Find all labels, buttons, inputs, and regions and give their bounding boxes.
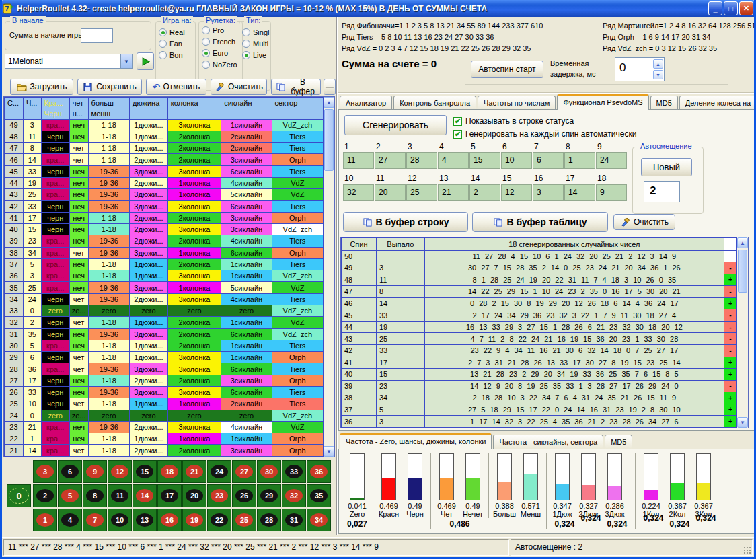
board-cell[interactable]: 35 <box>307 484 331 507</box>
autoshift-value[interactable]: 2 <box>644 181 680 202</box>
radio-game-real[interactable]: Real <box>159 28 192 36</box>
radio-icon[interactable] <box>159 40 167 48</box>
left-table-row[interactable]: 493кра...неч1-181дюжи...3колонка1сиклайн… <box>5 119 324 131</box>
radio-roulette-pro[interactable]: Pro <box>202 26 239 34</box>
board-cell[interactable]: 36 <box>307 460 331 483</box>
board-cell[interactable]: 34 <box>307 509 331 531</box>
spinner-up-icon[interactable]: ▲ <box>653 59 663 69</box>
spins-table-row[interactable]: 48118 1 28 25 24 19 20 22 31 11 7 4 18 3… <box>342 274 737 286</box>
copy-buffer-button[interactable]: В буфер <box>271 79 321 95</box>
left-table-row[interactable]: 221кра...неч1-181дюжи...1колонка1сиклайн… <box>5 433 324 445</box>
spins-table-row[interactable]: 3631 17 14 32 3 22 25 4 35 36 21 2 23 28… <box>342 416 737 428</box>
board-cell[interactable]: 24 <box>207 460 231 483</box>
radio-game-fan[interactable]: Fan <box>159 40 192 48</box>
left-table-row[interactable]: 2836кра...чет19-363дюжи...3колонка6сикла… <box>5 363 324 375</box>
board-cell[interactable]: 30 <box>257 460 281 483</box>
autospin-start-button[interactable]: Автоспин старт <box>471 61 543 78</box>
board-cell[interactable]: 21 <box>182 460 206 483</box>
board-cell[interactable]: 23 <box>207 484 231 507</box>
spins-table-row[interactable]: 401513 21 28 23 2 29 20 34 19 33 36 25 3… <box>342 369 737 381</box>
board-cell[interactable]: 19 <box>182 509 206 531</box>
clear-button[interactable]: Очистить <box>211 79 267 95</box>
spins-table-row[interactable]: 38342 18 28 10 3 22 34 7 6 4 31 24 35 21… <box>342 392 737 404</box>
board-cell[interactable]: 29 <box>257 484 281 507</box>
board-cell[interactable]: 13 <box>133 509 157 531</box>
freq-tab-md5[interactable]: MD5 <box>605 435 632 449</box>
spins-table-row[interactable]: 41172 7 3 31 21 28 26 13 33 17 30 27 8 1… <box>342 357 737 369</box>
left-table-scrollbar[interactable]: ▲ ▼ <box>324 97 334 457</box>
tab-функционал-psevdoms[interactable]: Функционал PsevdoMS <box>557 94 648 110</box>
radio-game-bon[interactable]: Bon <box>159 51 192 59</box>
left-table-row[interactable]: 2717черннеч1-182дюжи...2колонка3сиклайнO… <box>5 375 324 386</box>
scroll-down-icon[interactable]: ▼ <box>324 446 334 457</box>
maximize-button[interactable]: □ <box>724 1 738 15</box>
board-cell[interactable]: 8 <box>83 484 107 507</box>
freq-tab-частота-сиклайны-сектора[interactable]: Частота - сиклайны, сектора <box>493 435 603 449</box>
checkbox-generate-each-spin[interactable]: ✔ Генерировать на каждый спин автоматиче… <box>453 129 636 139</box>
radio-icon[interactable] <box>202 49 210 57</box>
collapse-button[interactable]: — <box>324 79 336 95</box>
board-cell[interactable]: 18 <box>157 460 182 483</box>
clear-generated-button[interactable]: Очистить <box>613 214 675 230</box>
left-table-row[interactable]: 4233черннеч19-363дюжи...3колонка6сиклайн… <box>5 200 324 212</box>
board-cell[interactable]: 6 <box>58 460 82 483</box>
resize-grip-icon[interactable] <box>743 546 751 554</box>
left-table-row[interactable]: 4419кра...неч19-362дюжи...1колонка4сикла… <box>5 177 324 188</box>
board-cell[interactable]: 20 <box>182 484 206 507</box>
left-table-row[interactable]: 4015черннеч1-182дюжи...3колонка3сиклайнV… <box>5 224 324 235</box>
board-cell[interactable]: 14 <box>133 484 157 507</box>
radio-icon[interactable] <box>242 28 250 36</box>
spins-table-scrollbar[interactable]: ▲ ▼ <box>737 237 748 428</box>
tab-частоты-по-числам[interactable]: Частоты по числам <box>478 96 556 110</box>
spins-table-row[interactable]: 392314 12 9 20 8 19 25 35 33 1 3 28 27 1… <box>342 380 737 392</box>
board-cell[interactable]: 3 <box>33 460 57 483</box>
board-cell[interactable]: 10 <box>108 509 132 531</box>
tab-анализатор[interactable]: Анализатор <box>340 96 392 110</box>
radio-roulette-nozero[interactable]: NoZero <box>202 61 239 69</box>
board-cell-zero[interactable]: 0 <box>7 484 31 507</box>
radio-icon[interactable] <box>242 40 250 48</box>
spins-table-row[interactable]: 441916 13 33 29 3 27 15 1 28 26 6 21 23 … <box>342 321 737 333</box>
left-table-row[interactable]: 4533черннеч19-363дюжи...3колонка6сиклайн… <box>5 165 324 177</box>
spins-table-row[interactable]: 43254 7 11 2 8 22 24 21 16 19 15 36 20 2… <box>342 333 737 345</box>
spins-table-row[interactable]: 45332 17 24 34 29 36 23 32 3 22 1 7 9 11… <box>342 309 737 322</box>
board-cell[interactable]: 5 <box>58 484 82 507</box>
board-cell[interactable]: 32 <box>282 484 306 507</box>
left-table-row[interactable]: 363кра...неч1-181дюжи...3колонка1сиклайн… <box>5 270 324 282</box>
radio-icon[interactable] <box>159 51 167 59</box>
left-table-row[interactable]: 322чернчет1-181дюжи...2колонка1сиклайнVd… <box>5 317 324 328</box>
tab-md5[interactable]: MD5 <box>650 96 678 110</box>
board-cell[interactable]: 16 <box>157 509 182 531</box>
delay-spinner[interactable]: 0 ▲ ▼ <box>615 57 665 81</box>
radio-icon[interactable] <box>202 26 210 34</box>
board-cell[interactable]: 2 <box>33 484 57 507</box>
left-table-row[interactable]: 3424чернчет19-362дюжи...3колонка4сиклайн… <box>5 293 324 305</box>
radio-icon[interactable] <box>202 38 210 46</box>
board-cell[interactable]: 4 <box>58 509 82 531</box>
start-sum-input[interactable] <box>81 28 113 43</box>
board-cell[interactable]: 25 <box>232 509 256 531</box>
save-button[interactable]: Сохранить <box>77 79 142 95</box>
radio-icon[interactable] <box>242 51 250 59</box>
left-table-row[interactable]: 240zeroze...zerozerozerozeroVdZ_zch <box>5 410 324 421</box>
board-cell[interactable]: 33 <box>282 460 306 483</box>
board-cell[interactable]: 7 <box>83 509 107 531</box>
radio-type-live[interactable]: Live <box>242 51 268 59</box>
board-cell[interactable]: 1 <box>33 509 57 531</box>
spins-table-row[interactable]: 49330 27 7 15 28 35 2 14 0 25 23 24 21 2… <box>342 262 737 274</box>
spins-table-row[interactable]: 423323 22 9 4 34 11 16 21 30 6 32 14 18 … <box>342 344 737 357</box>
left-table-row[interactable]: 330zeroze...zerozerozerozeroVdZ_zch <box>5 305 324 317</box>
left-table-row[interactable]: 3525кра...неч19-363дюжи...1колонка5сикла… <box>5 282 324 293</box>
radio-type-multi[interactable]: Multi <box>242 40 268 48</box>
copy-row-button[interactable]: В буфер строку <box>343 212 468 232</box>
left-table-row[interactable]: 2321кра...неч19-362дюжи...3колонка4сикла… <box>5 421 324 433</box>
close-button[interactable]: ✕ <box>739 1 753 15</box>
radio-icon[interactable] <box>159 28 167 36</box>
chevron-down-icon[interactable]: ▼ <box>120 54 132 68</box>
start-button[interactable] <box>137 52 154 70</box>
left-table-row[interactable]: 4614кра...чет1-182дюжи...2колонка3сиклай… <box>5 154 324 165</box>
left-table-row[interactable]: 2114кра...чет1-182дюжи...2колонка3сиклай… <box>5 445 324 457</box>
spins-table-row[interactable]: 5011 27 28 4 15 10 6 1 24 32 20 25 21 2 … <box>342 250 737 262</box>
left-table-row[interactable]: 4811черннеч1-181дюжи...2колонка2сиклайнT… <box>5 131 324 142</box>
scrollbar-thumb[interactable] <box>324 109 334 171</box>
